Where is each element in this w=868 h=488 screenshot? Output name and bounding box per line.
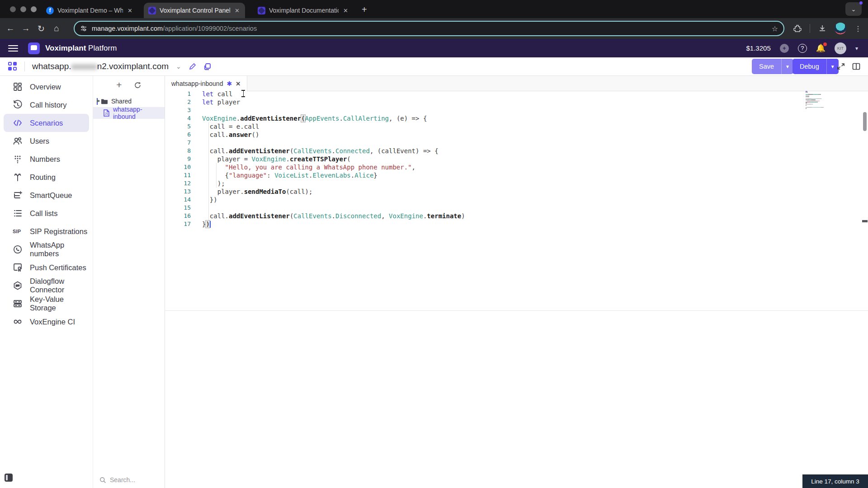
- line-number: 13: [165, 188, 191, 196]
- code-line-13[interactable]: 13 player.sendMediaTo(call);: [165, 188, 868, 196]
- fullscreen-icon[interactable]: [836, 62, 845, 71]
- url-path: /application/10999002/scenarios: [163, 25, 257, 32]
- voximplant-logo[interactable]: [28, 42, 40, 54]
- save-button[interactable]: Save ▼: [752, 59, 793, 74]
- sidebar-item-voxengine-ci[interactable]: VoxEngine CI: [4, 313, 89, 331]
- downloads-icon[interactable]: [818, 24, 826, 33]
- code-line-1[interactable]: 1let call: [165, 90, 868, 98]
- code-lines[interactable]: 1let call2let player34VoxEngine.addEvent…: [165, 90, 868, 228]
- copy-icon[interactable]: [203, 63, 211, 70]
- sidebar-item-push-certificates[interactable]: Push Certificates: [4, 258, 89, 277]
- editor-scrollbar-handle[interactable]: [863, 112, 867, 131]
- browser-profile-chevron-button[interactable]: ⌄: [845, 2, 862, 16]
- window-close-button[interactable]: [10, 6, 16, 12]
- browser-profile-avatar[interactable]: [835, 23, 846, 34]
- forward-button[interactable]: →: [18, 23, 33, 33]
- code-line-16[interactable]: 16 call.addEventListener(CallEvents.Disc…: [165, 212, 868, 220]
- add-funds-icon[interactable]: +: [780, 44, 789, 53]
- code-line-11[interactable]: 11 {"language": VoiceList.ElevenLabs.Ali…: [165, 171, 868, 179]
- sidebar-item-label: Call history: [30, 101, 67, 109]
- window-zoom-button[interactable]: [31, 6, 37, 12]
- code-line-8[interactable]: 8 call.addEventListener(CallEvents.Conne…: [165, 147, 868, 155]
- save-dropdown-chevron[interactable]: ▼: [781, 59, 793, 74]
- edit-pencil-icon[interactable]: [189, 63, 196, 70]
- new-tab-button[interactable]: +: [362, 5, 367, 14]
- scenario-search-input[interactable]: Search...: [93, 472, 165, 488]
- reload-button[interactable]: ↻: [33, 23, 49, 34]
- close-tab-icon[interactable]: ✕: [234, 7, 241, 14]
- line-number: 11: [165, 171, 191, 179]
- line-content: call.addEventListener(CallEvents.Connect…: [191, 147, 439, 155]
- hamburger-menu-icon[interactable]: [8, 45, 18, 52]
- site-settings-icon[interactable]: [80, 25, 87, 32]
- code-line-2[interactable]: 2let player: [165, 98, 868, 106]
- macos-window-controls[interactable]: [10, 6, 37, 12]
- address-bar[interactable]: manage.voximplant.com/application/109990…: [74, 21, 784, 36]
- close-tab-icon[interactable]: ✕: [236, 80, 241, 87]
- code-line-9[interactable]: 9 player = VoxEngine.createTTSPlayer(: [165, 155, 868, 163]
- facebook-favicon: f: [46, 7, 54, 14]
- editor-minimap[interactable]: [806, 91, 836, 109]
- notifications-bell-icon[interactable]: 🔔: [816, 43, 826, 53]
- code-editor[interactable]: whatsapp-inbound ✱ ✕ 1let call2let playe…: [165, 76, 868, 476]
- home-button[interactable]: ⌂: [49, 23, 64, 33]
- browser-menu-icon[interactable]: ⋮: [854, 24, 862, 33]
- browser-tab-0[interactable]: fVoximplant Demo – WhatsAp✕: [42, 3, 138, 18]
- sidebar-item-whatsapp-numbers[interactable]: WhatsApp numbers: [4, 240, 89, 258]
- applications-grid-icon[interactable]: [8, 62, 17, 71]
- sidebar-item-users[interactable]: Users: [4, 132, 89, 150]
- code-line-6[interactable]: 6 call.answer(): [165, 131, 868, 139]
- sidebar-item-call-lists[interactable]: Call lists: [4, 204, 89, 222]
- refresh-icon[interactable]: [134, 81, 142, 89]
- editor-tab-title: whatsapp-inbound: [171, 80, 223, 87]
- help-icon[interactable]: ?: [798, 44, 807, 53]
- browser-toolbar: ← → ↻ ⌂ manage.voximplant.com/applicatio…: [0, 18, 868, 39]
- sidebar-item-overview[interactable]: Overview: [4, 78, 89, 96]
- code-line-5[interactable]: 5 call = e.call: [165, 122, 868, 131]
- debug-button[interactable]: Debug ▼: [793, 59, 839, 74]
- user-menu-chevron-icon[interactable]: ▾: [855, 45, 858, 52]
- split-view-icon[interactable]: [852, 62, 861, 71]
- tab-title: Voximplant Documentation | \: [269, 7, 339, 14]
- extensions-icon[interactable]: [793, 24, 802, 33]
- voximplant-favicon: [148, 7, 156, 14]
- user-avatar[interactable]: KIT: [835, 42, 846, 54]
- close-tab-icon[interactable]: ✕: [342, 7, 349, 14]
- folder-expand-caret-icon[interactable]: ▶: [97, 98, 98, 105]
- code-line-15[interactable]: 15: [165, 204, 868, 212]
- push-certificates-icon: [13, 263, 23, 272]
- code-line-7[interactable]: 7: [165, 139, 868, 147]
- collapse-sidebar-icon[interactable]: [5, 474, 13, 482]
- line-content: [191, 204, 202, 212]
- sidebar-item-sip-registrations[interactable]: SIPSIP Registrations: [4, 222, 89, 240]
- sidebar-item-numbers[interactable]: Numbers: [4, 150, 89, 168]
- code-line-14[interactable]: 14 }): [165, 196, 868, 204]
- browser-tab-1[interactable]: Voximplant Control Panel✕: [144, 3, 245, 18]
- account-balance[interactable]: $1.3205: [746, 44, 771, 52]
- line-content: call = e.call: [191, 122, 259, 131]
- bookmark-star-icon[interactable]: ☆: [772, 24, 778, 33]
- sidebar-item-key-value-storage[interactable]: Key-Value Storage: [4, 295, 89, 313]
- code-line-4[interactable]: 4VoxEngine.addEventListener(AppEvents.Ca…: [165, 114, 868, 122]
- code-line-3[interactable]: 3: [165, 106, 868, 114]
- code-line-12[interactable]: 12 );: [165, 179, 868, 188]
- close-tab-icon[interactable]: ✕: [127, 7, 133, 14]
- file-row-whatsapp-inbound[interactable]: JS whatsapp-inbound: [93, 107, 165, 119]
- sidebar-item-smartqueue[interactable]: SmartQueue: [4, 186, 89, 204]
- line-content: [191, 106, 202, 114]
- application-switch-chevron-icon[interactable]: ⌄: [176, 63, 181, 70]
- add-scenario-button[interactable]: +: [116, 80, 122, 90]
- line-number: 12: [165, 179, 191, 188]
- line-content: {"language": VoiceList.ElevenLabs.Alice}: [191, 171, 377, 179]
- browser-tab-2[interactable]: Voximplant Documentation | \✕: [253, 3, 354, 18]
- back-button[interactable]: ←: [3, 23, 18, 33]
- sidebar-item-routing[interactable]: Routing: [4, 168, 89, 186]
- editor-tab-whatsapp-inbound[interactable]: whatsapp-inbound ✱ ✕: [165, 76, 247, 91]
- code-line-10[interactable]: 10 "Hello, you are calling a WhatsApp ph…: [165, 163, 868, 171]
- sidebar-item-scenarios[interactable]: Scenarios: [4, 114, 89, 132]
- sidebar-item-dialogflow-connector[interactable]: Dialogflow Connector: [4, 277, 89, 295]
- editor-status-bar: Line 17, column 3: [802, 474, 868, 488]
- code-line-17[interactable]: 17}): [165, 220, 868, 228]
- sidebar-item-call-history[interactable]: Call history: [4, 96, 89, 114]
- window-minimize-button[interactable]: [20, 6, 26, 12]
